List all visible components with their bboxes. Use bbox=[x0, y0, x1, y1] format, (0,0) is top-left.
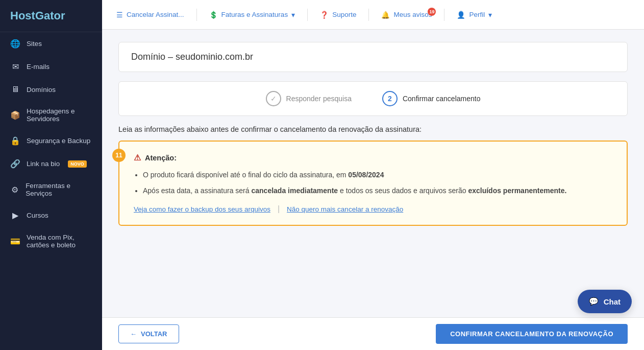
step-1: ✓ Responder pesquisa bbox=[266, 91, 352, 106]
cancel-icon: ☰ bbox=[116, 11, 123, 19]
billing-icon: 💲 bbox=[209, 11, 218, 19]
sidebar-item-label: Segurança e Backup bbox=[27, 137, 90, 145]
domain-header: Domínio – seudominio.com.br bbox=[118, 42, 628, 72]
chat-icon: 💬 bbox=[589, 297, 599, 306]
profile-icon: 👤 bbox=[457, 11, 465, 19]
sidebar-item-ferramentas[interactable]: ⚙ Ferramentas e Serviços bbox=[0, 175, 102, 204]
topnav-cancel[interactable]: ☰ Cancelar Assinat... bbox=[116, 11, 184, 19]
topnav-support[interactable]: ❓ Suporte bbox=[320, 11, 356, 19]
sidebar-item-label: Sites bbox=[27, 40, 42, 48]
sidebar-item-vendapix[interactable]: 💳 Venda com Pix, cartões e boleto bbox=[0, 227, 102, 255]
ferramentas-icon: ⚙ bbox=[10, 185, 19, 195]
sidebar-item-sites[interactable]: 🌐 Sites bbox=[0, 32, 102, 55]
topnav: ☰ Cancelar Assinat... 💲 Faturas e Assina… bbox=[102, 0, 644, 30]
dominios-icon: 🖥 bbox=[10, 85, 20, 94]
sidebar-item-label: Hospedagens e Servidores bbox=[27, 107, 92, 123]
warning-title-text: Atenção: bbox=[145, 154, 177, 162]
back-button[interactable]: ← VOLTAR bbox=[118, 324, 179, 343]
sidebar-item-cursos[interactable]: ▶ Cursos bbox=[0, 204, 102, 227]
bell-icon: 🔔 bbox=[381, 11, 390, 19]
chat-label: Chat bbox=[604, 297, 621, 306]
warning-links: Veja como fazer o backup dos seus arquiv… bbox=[134, 204, 612, 214]
bullet1-date: 05/08/2024 bbox=[348, 171, 384, 179]
back-arrow-icon: ← bbox=[130, 330, 137, 338]
topnav-sep-4 bbox=[444, 9, 444, 21]
sidebar-logo: HostGator bbox=[0, 0, 102, 32]
notifications-label: Meus avisos bbox=[393, 11, 432, 18]
sidebar-item-seguranca[interactable]: 🔒 Segurança e Backup bbox=[0, 129, 102, 152]
step1-circle: ✓ bbox=[266, 91, 281, 106]
sidebar-item-dominios[interactable]: 🖥 Domínios bbox=[0, 78, 102, 101]
sidebar-item-emails[interactable]: ✉ E-mails bbox=[0, 55, 102, 78]
steps-bar: ✓ Responder pesquisa 2 Confirmar cancela… bbox=[118, 81, 628, 116]
hospedagens-icon: 📦 bbox=[10, 110, 20, 120]
sidebar-item-hospedagens[interactable]: 📦 Hospedagens e Servidores bbox=[0, 101, 102, 129]
topnav-billing[interactable]: 💲 Faturas e Assinaturas ▾ bbox=[209, 11, 295, 19]
warning-list: O produto ficará disponível até o final … bbox=[134, 170, 612, 196]
warning-triangle-icon: ⚠ bbox=[134, 153, 141, 162]
bullet2-bold1: cancelada imediatamente bbox=[251, 186, 338, 195]
content-area: Domínio – seudominio.com.br ✓ Responder … bbox=[102, 30, 644, 350]
cancel-link[interactable]: Não quero mais cancelar a renovação bbox=[287, 205, 403, 213]
profile-chevron: ▾ bbox=[488, 11, 492, 19]
topnav-sep-1 bbox=[196, 9, 197, 21]
domain-title: Domínio – seudominio.com.br bbox=[131, 52, 253, 62]
linkbio-icon: 🔗 bbox=[10, 159, 20, 169]
topnav-profile[interactable]: 👤 Perfil ▾ bbox=[457, 11, 492, 19]
backup-link[interactable]: Veja como fazer o backup dos seus arquiv… bbox=[134, 205, 270, 213]
profile-label: Perfil bbox=[469, 11, 485, 18]
main-panel: ☰ Cancelar Assinat... 💲 Faturas e Assina… bbox=[102, 0, 644, 350]
sidebar-item-label: Ferramentas e Serviços bbox=[26, 182, 92, 197]
link-separator: | bbox=[278, 204, 280, 214]
intro-text: Leia as informações abaixo antes de conf… bbox=[118, 125, 628, 133]
linkbio-badge: NOVO bbox=[68, 160, 87, 168]
bullet2-mid: e todos os seus dados e arquivos serão bbox=[338, 186, 468, 195]
support-icon: ❓ bbox=[320, 11, 329, 19]
bullet2-pre: Após esta data, a assinatura será bbox=[143, 186, 251, 195]
topnav-notifications[interactable]: 🔔 19 Meus avisos bbox=[381, 11, 432, 19]
confirm-label: CONFIRMAR CANCELAMENTO DA RENOVAÇÃO bbox=[450, 330, 613, 338]
notification-badge: 19 bbox=[428, 8, 436, 16]
chat-button[interactable]: 💬 Chat bbox=[578, 290, 632, 313]
sidebar-item-label: Venda com Pix, cartões e boleto bbox=[27, 234, 92, 249]
billing-chevron: ▾ bbox=[291, 11, 295, 19]
warning-step-badge: 11 bbox=[112, 149, 126, 162]
sidebar: HostGator 🌐 Sites ✉ E-mails 🖥 Domínios 📦… bbox=[0, 0, 102, 350]
cancel-label: Cancelar Assinat... bbox=[127, 11, 184, 18]
email-icon: ✉ bbox=[10, 62, 20, 72]
step-2: 2 Confirmar cancelamento bbox=[382, 91, 481, 106]
cursos-icon: ▶ bbox=[10, 211, 20, 220]
sidebar-item-label: Link na bio bbox=[27, 160, 60, 168]
step1-label: Responder pesquisa bbox=[286, 95, 352, 103]
support-label: Suporte bbox=[332, 11, 356, 18]
bullet1-prefix: O produto ficará disponível até o final … bbox=[143, 171, 348, 179]
step2-circle: 2 bbox=[382, 91, 398, 106]
topnav-sep-2 bbox=[307, 9, 308, 21]
seguranca-icon: 🔒 bbox=[10, 136, 20, 146]
sites-icon: 🌐 bbox=[10, 39, 20, 49]
sidebar-item-label: Cursos bbox=[27, 212, 48, 219]
footer-bar: ← VOLTAR CONFIRMAR CANCELAMENTO DA RENOV… bbox=[102, 317, 644, 350]
back-label: VOLTAR bbox=[141, 330, 167, 338]
vendapix-icon: 💳 bbox=[10, 237, 20, 246]
warning-title: ⚠ Atenção: bbox=[134, 153, 612, 162]
sidebar-item-linkbio[interactable]: 🔗 Link na bio NOVO bbox=[0, 152, 102, 175]
topnav-sep-3 bbox=[368, 9, 369, 21]
sidebar-item-label: Domínios bbox=[27, 86, 56, 94]
step2-label: Confirmar cancelamento bbox=[403, 95, 481, 103]
bullet2-bold2: excluídos permanentemente. bbox=[468, 186, 566, 195]
warning-item-1: O produto ficará disponível até o final … bbox=[143, 170, 612, 180]
warning-box: 11 ⚠ Atenção: O produto ficará disponíve… bbox=[118, 141, 628, 226]
confirm-button[interactable]: CONFIRMAR CANCELAMENTO DA RENOVAÇÃO bbox=[436, 324, 628, 344]
billing-label: Faturas e Assinaturas bbox=[221, 11, 288, 18]
sidebar-item-label: E-mails bbox=[27, 63, 49, 71]
warning-item-2: Após esta data, a assinatura será cancel… bbox=[143, 185, 612, 196]
